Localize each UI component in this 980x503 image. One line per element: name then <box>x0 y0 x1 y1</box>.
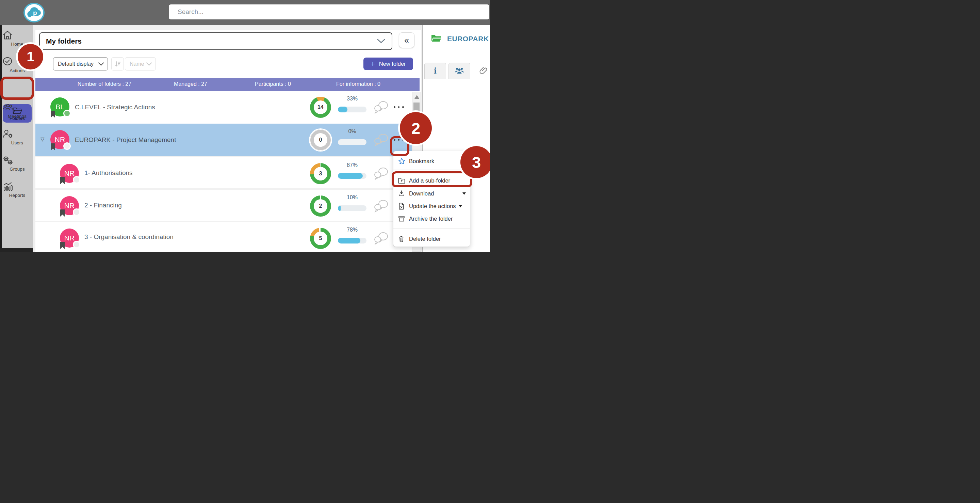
folder-title[interactable]: 2 - Financing <box>84 190 122 221</box>
progress-bar <box>338 238 366 243</box>
info-icon: i <box>434 66 436 76</box>
screenshot-bottom-edge <box>0 248 33 252</box>
folder-open-green-icon <box>431 34 442 43</box>
progress-bar <box>338 139 366 145</box>
folder-row-authorisations[interactable]: NR 1- Authorisations 3 87% <box>35 156 421 188</box>
file-excel-icon <box>398 203 406 210</box>
actions-donut-chart: 14 <box>310 97 331 118</box>
app-logo-cloud-icon[interactable]: p <box>24 3 45 22</box>
caret-down-icon <box>459 205 462 208</box>
folder-row-europark[interactable]: ▽ NR EUROPARK - Project Management 0 0% <box>35 124 421 156</box>
user-gear-icon <box>2 129 33 140</box>
sort-direction-button[interactable] <box>111 57 124 70</box>
menu-label: Delete folder <box>409 236 441 242</box>
chevron-down-icon <box>146 62 152 66</box>
menu-item-download[interactable]: Download <box>393 188 470 199</box>
comments-icon[interactable] <box>374 199 389 213</box>
plus-icon: + <box>371 60 375 68</box>
menu-item-archive-folder[interactable]: Archive the folder <box>393 213 470 224</box>
annotation-step-1: 1 <box>18 44 43 69</box>
folder-title[interactable]: 3 - Organisation & coordination <box>84 222 173 252</box>
sidebar-label-meetings: Meetings <box>2 114 33 119</box>
action-count: 3 <box>319 171 322 177</box>
menu-item-update-actions[interactable]: Update the actions <box>393 200 470 212</box>
chevron-down-icon <box>377 38 385 44</box>
sidebar-item-groups[interactable]: Groups <box>2 155 33 172</box>
actions-donut-chart: 5 <box>310 228 331 249</box>
progress-percent: 0% <box>337 128 368 134</box>
folder-view-label: My folders <box>46 37 82 45</box>
caret-down-icon <box>463 192 466 195</box>
trash-icon <box>398 235 406 243</box>
avatar: BL <box>50 97 69 117</box>
sort-by-value: Name <box>130 61 144 67</box>
scroll-up-arrow-icon[interactable] <box>414 95 419 99</box>
folder-title[interactable]: C.LEVEL - Strategic Actions <box>75 91 155 124</box>
tab-members[interactable] <box>449 63 470 79</box>
action-count: 5 <box>319 235 322 241</box>
tab-info[interactable]: i <box>424 63 446 79</box>
action-count: 2 <box>319 203 322 209</box>
tab-attachments[interactable] <box>473 63 490 79</box>
home-icon <box>2 29 33 41</box>
folder-context-menu: Bookmark Add a sub-folder Download Updat… <box>393 151 470 247</box>
stat-number-of-folders: Number of folders : 27 <box>78 81 131 87</box>
sidebar-label-reports: Reports <box>2 193 33 198</box>
folder-title[interactable]: 1- Authorisations <box>84 157 133 188</box>
folder-view-select[interactable]: My folders <box>39 32 392 50</box>
sidebar-item-users[interactable]: Users <box>2 129 33 145</box>
chevron-down-icon <box>98 62 104 66</box>
progress-percent: 33% <box>337 96 368 102</box>
svg-text:p: p <box>33 9 37 16</box>
sort-by-dropdown[interactable]: Name <box>125 57 156 70</box>
comments-icon[interactable] <box>374 133 389 147</box>
display-filter-dropdown[interactable]: Default display <box>53 57 108 70</box>
gears-icon <box>2 155 33 166</box>
folder-row-financing[interactable]: NR 2 - Financing 2 10% <box>35 188 421 221</box>
star-icon <box>398 158 406 165</box>
folder-row-clevel[interactable]: BL C.LEVEL - Strategic Actions 14 33% <box>35 91 421 124</box>
actions-donut-chart: 0 <box>310 129 331 150</box>
top-bar: p <box>0 0 490 25</box>
collapse-triangle-icon[interactable]: ▽ <box>40 136 45 142</box>
people-group-icon <box>2 102 33 113</box>
folders-stats-bar: Number of folders : 27 Managed : 27 Part… <box>35 78 420 91</box>
progress-percent: 10% <box>337 195 368 201</box>
annotation-step-2: 2 <box>400 112 432 144</box>
action-count: 0 <box>319 137 322 143</box>
search-input[interactable] <box>169 5 489 19</box>
menu-item-delete-folder[interactable]: Delete folder <box>393 233 470 244</box>
sidebar-label-groups: Groups <box>2 166 33 172</box>
stat-managed: Managed : 27 <box>174 81 207 87</box>
status-dot <box>63 142 71 150</box>
sidebar-item-reports[interactable]: Reports <box>2 181 33 198</box>
avatar: NR <box>60 228 79 248</box>
bookmark-ribbon-icon <box>60 177 65 184</box>
bar-chart-icon <box>2 181 33 192</box>
stat-for-information: For information : 0 <box>336 81 380 87</box>
paperclip-icon <box>479 66 488 75</box>
comments-icon[interactable] <box>374 100 389 115</box>
display-filter-value: Default display <box>58 61 94 67</box>
avatar: NR <box>50 130 69 149</box>
menu-label: Update the actions <box>409 203 456 209</box>
annotation-ring-folders <box>0 77 34 100</box>
bookmark-ribbon-icon <box>60 242 65 249</box>
comments-icon[interactable] <box>374 231 389 246</box>
progress-bar <box>338 205 366 211</box>
folder-title[interactable]: EUROPARK - Project Management <box>75 124 176 156</box>
actions-donut-chart: 3 <box>310 163 331 184</box>
annotation-ring-add-sub-folder <box>392 171 472 187</box>
new-folder-button[interactable]: + New folder <box>363 57 413 70</box>
action-count: 14 <box>318 104 324 110</box>
bookmark-ribbon-icon <box>51 111 55 118</box>
folder-row-organisation[interactable]: NR 3 - Organisation & coordination 5 78% <box>35 221 421 252</box>
menu-label: Download <box>409 190 434 197</box>
comments-icon[interactable] <box>374 166 389 181</box>
collapse-panel-button[interactable]: « <box>399 32 414 48</box>
sidebar-item-meetings[interactable]: Meetings <box>2 102 33 119</box>
menu-item-bookmark[interactable]: Bookmark <box>393 155 470 167</box>
progress-percent: 78% <box>337 227 368 233</box>
members-icon <box>454 67 465 75</box>
stat-participants: Participants : 0 <box>255 81 291 87</box>
